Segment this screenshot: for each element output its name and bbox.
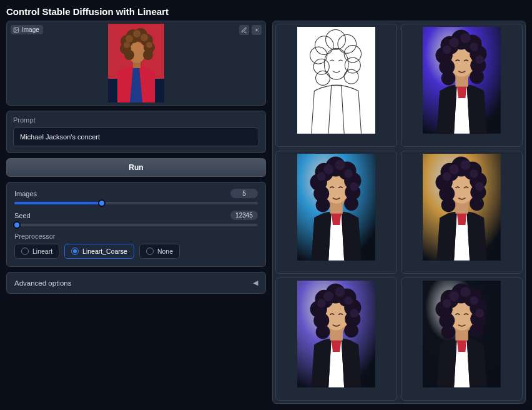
control-panel: Images 5 Seed 12345 [6, 182, 266, 267]
svg-point-79 [449, 164, 459, 174]
prompt-panel: Prompt [6, 111, 266, 153]
svg-point-61 [323, 164, 333, 174]
svg-point-64 [317, 172, 326, 181]
svg-point-113 [441, 325, 455, 339]
svg-point-16 [140, 34, 148, 41]
svg-point-96 [344, 323, 358, 338]
gallery-thumb[interactable] [401, 278, 523, 401]
svg-point-15 [133, 30, 140, 38]
svg-point-12 [124, 50, 134, 60]
svg-point-117 [470, 296, 478, 305]
input-image [108, 24, 164, 102]
svg-point-80 [460, 160, 470, 170]
radio-icon [21, 248, 29, 255]
svg-point-82 [443, 172, 451, 181]
clear-image-button[interactable] [252, 25, 262, 35]
seed-slider[interactable]: Seed 12345 [14, 211, 258, 226]
svg-point-47 [475, 56, 484, 64]
svg-point-43 [449, 38, 459, 48]
gallery-thumb[interactable] [401, 151, 523, 274]
svg-point-77 [441, 198, 455, 212]
seed-slider-label: Seed [14, 212, 31, 219]
generated-image [423, 281, 501, 398]
svg-point-116 [460, 287, 470, 297]
page-title: Control Stable Diffusion with Lineart [0, 0, 532, 21]
images-slider[interactable]: Images 5 [14, 189, 258, 204]
close-icon [254, 27, 260, 33]
lineart-preview [297, 27, 375, 144]
svg-point-101 [350, 309, 358, 318]
advanced-options-toggle[interactable]: Advanced options ◀ [6, 272, 266, 294]
gallery-thumb[interactable] [275, 278, 397, 401]
input-image-panel[interactable]: Image [6, 21, 266, 106]
svg-point-115 [449, 291, 459, 301]
svg-point-1 [15, 28, 16, 29]
svg-point-62 [335, 160, 345, 170]
prompt-input[interactable] [13, 128, 259, 146]
svg-point-44 [460, 33, 470, 43]
pencil-icon [241, 27, 247, 33]
edit-image-button[interactable] [239, 25, 249, 35]
image-icon [13, 27, 19, 33]
svg-rect-19 [297, 27, 375, 134]
preprocessor-label: Preprocessor [14, 232, 258, 240]
svg-point-14 [126, 35, 133, 42]
generated-image [297, 281, 375, 398]
svg-point-13 [143, 50, 153, 60]
generated-image [423, 154, 501, 271]
radio-icon [71, 248, 79, 255]
advanced-options-label: Advanced options [14, 279, 71, 287]
radio-icon [146, 248, 154, 255]
svg-point-41 [441, 71, 455, 86]
svg-point-42 [470, 69, 484, 84]
run-button[interactable]: Run [6, 158, 266, 177]
preprocessor-option-label: Lineart_Coarse [82, 248, 127, 255]
preprocessor-option-label: None [157, 248, 173, 255]
gallery-thumb[interactable] [401, 24, 523, 147]
svg-point-99 [344, 296, 353, 305]
svg-point-63 [344, 169, 353, 178]
generated-image [423, 27, 501, 144]
svg-point-83 [475, 182, 484, 191]
images-slider-label: Images [14, 190, 37, 198]
preprocessor-option-lineart_coarse[interactable]: Lineart_Coarse [64, 244, 134, 259]
preprocessor-group: Preprocessor LineartLineart_CoarseNone [14, 232, 258, 259]
svg-point-17 [146, 42, 152, 48]
preprocessor-option-none[interactable]: None [139, 244, 180, 259]
preprocessor-option-lineart[interactable]: Lineart [14, 244, 59, 259]
preprocessor-option-label: Lineart [32, 248, 52, 255]
svg-point-46 [443, 46, 451, 54]
seed-slider-value: 12345 [230, 211, 258, 220]
svg-point-114 [470, 323, 484, 338]
svg-point-45 [470, 42, 478, 51]
svg-point-59 [315, 198, 330, 212]
prompt-label: Prompt [13, 116, 259, 124]
svg-point-65 [350, 182, 358, 191]
svg-point-95 [315, 325, 330, 339]
generated-image [297, 154, 375, 271]
svg-point-118 [443, 299, 451, 308]
svg-point-78 [470, 196, 484, 211]
svg-point-100 [317, 299, 326, 308]
svg-point-119 [475, 309, 484, 318]
gallery-panel [272, 21, 526, 404]
svg-point-98 [335, 287, 345, 297]
gallery-thumb[interactable] [275, 24, 397, 147]
input-image-tag: Image [11, 25, 43, 34]
chevron-left-icon: ◀ [253, 279, 258, 287]
svg-point-81 [470, 169, 478, 178]
svg-point-60 [344, 196, 358, 211]
svg-point-18 [124, 42, 130, 48]
svg-point-97 [323, 291, 333, 301]
input-image-tag-label: Image [22, 26, 39, 33]
images-slider-value: 5 [230, 189, 258, 198]
gallery-thumb[interactable] [275, 151, 397, 274]
